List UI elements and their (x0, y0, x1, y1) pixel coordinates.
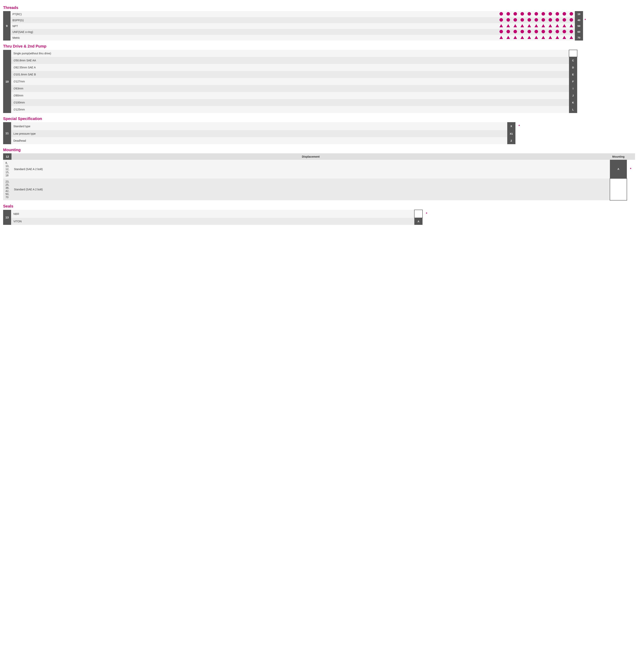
dot-cell (512, 17, 519, 23)
table-row: 8, 10, 12, 15, 18 Standard (SAE A 2 bolt… (3, 160, 641, 178)
section-num: 13 (3, 210, 11, 225)
spec-label: Low pressure type (11, 130, 507, 137)
dot-cell (561, 23, 568, 29)
spacer (577, 106, 641, 113)
dot-cell (498, 23, 505, 29)
spacer (583, 11, 641, 17)
triangle-icon (528, 24, 531, 27)
dot-cell (519, 35, 526, 40)
thru-drive-title: Thru Drive & 2nd Pump (3, 44, 641, 48)
triangle-icon (570, 36, 573, 39)
dot-icon (506, 30, 510, 33)
mounting-header: Mounting (610, 153, 627, 160)
triangle-icon (570, 24, 573, 27)
dot-icon (548, 18, 552, 22)
spacer (583, 29, 641, 35)
section-num: 11 (3, 122, 11, 144)
mounting-cell: Standard (SAE A 2 bolt) (11, 160, 610, 178)
dot-icon (506, 12, 510, 15)
table-row: Metric 70 (3, 35, 641, 40)
table-row: UNF(SAE o-ring) 60 (3, 29, 641, 35)
code-cell: I (569, 85, 577, 92)
code-cell: 70 (575, 35, 583, 40)
triangle-icon (548, 24, 552, 27)
dot-icon (514, 12, 517, 15)
seals-title: Seals (3, 204, 641, 209)
thread-label: Metric (10, 35, 498, 40)
table-row: 13 NBR * (3, 210, 641, 218)
triangle-icon (514, 36, 517, 39)
triangle-icon (556, 24, 559, 27)
dot-cell (512, 29, 519, 35)
dot-cell (505, 11, 512, 17)
code-cell: D (569, 64, 577, 71)
spacer (577, 92, 641, 99)
thread-label: NPT (10, 23, 498, 29)
dot-cell (568, 23, 575, 29)
dot-icon (556, 18, 559, 22)
table-row: 23, 25, 38, 42, 50, 70 Standard (SAE A 2… (3, 178, 641, 200)
mounting-cell: Standard (SAE A 2 bolt) (11, 178, 610, 200)
spec-label: Deadhead (11, 137, 507, 144)
triangle-icon (563, 24, 566, 27)
displacement-cell: 23, 25, 38, 42, 50, 70 (3, 178, 11, 200)
triangle-icon (534, 24, 538, 27)
dot-cell (498, 11, 505, 17)
spacer (577, 50, 641, 57)
code-cell: E (569, 71, 577, 78)
dot-icon (534, 30, 538, 33)
section-num: 9 (3, 11, 10, 40)
triangle-icon (521, 36, 524, 39)
dot-icon (534, 18, 538, 22)
triangle-icon (521, 24, 524, 27)
mounting-table: 12 Displacement Mounting 8, 10, 12, 15, … (3, 153, 641, 201)
asterisk-icon: * (518, 124, 520, 128)
dot-cell (568, 11, 575, 17)
table-row: Deadhead Z (3, 137, 641, 144)
spacer (627, 178, 635, 200)
spacer (583, 23, 641, 29)
dot-cell (519, 17, 526, 23)
dot-cell (554, 11, 561, 17)
table-row: VITON A (3, 218, 641, 225)
dot-icon (499, 12, 503, 15)
special-spec-table: 11 Standard type X * Low pressure type X… (3, 122, 641, 144)
drive-label: ∅63mm (11, 85, 569, 92)
dot-cell (533, 23, 540, 29)
dot-cell (547, 23, 554, 29)
code-cell: A (414, 218, 422, 225)
dot-cell (505, 29, 512, 35)
drive-label: Single pump(without thru drive) (11, 50, 569, 57)
spacer (583, 35, 641, 40)
code-cell: C (569, 57, 577, 64)
thread-label: PT(RC) (10, 11, 498, 17)
drive-label: ∅50.8mm SAE AA (11, 57, 569, 64)
table-row: ∅127mm F (3, 78, 641, 85)
triangle-icon (499, 36, 503, 39)
seals-table: 13 NBR * VITON A (3, 210, 641, 225)
dot-icon (499, 30, 503, 33)
dot-cell (526, 35, 533, 40)
asterisk-cell: * (516, 122, 641, 130)
triangle-icon (506, 24, 510, 27)
dot-cell (540, 23, 547, 29)
code-cell: 60 (575, 29, 583, 35)
dot-icon (499, 18, 503, 22)
spacer (516, 137, 641, 144)
asterisk-icon: * (584, 18, 586, 22)
code-cell: 40 (575, 17, 583, 23)
thread-label: BSPP(G) (10, 17, 498, 23)
dot-icon (528, 30, 531, 33)
triangle-icon (541, 24, 545, 27)
dot-cell (505, 35, 512, 40)
dot-cell (568, 29, 575, 35)
table-row: ∅63mm I (3, 85, 641, 92)
dot-icon (534, 12, 538, 15)
dot-cell (554, 23, 561, 29)
dot-cell (568, 17, 575, 23)
triangle-icon (556, 36, 559, 39)
table-row: ∅100mm K (3, 99, 641, 106)
threads-title: Threads (3, 5, 641, 10)
drive-label: ∅100mm (11, 99, 569, 106)
code-cell: X (507, 122, 516, 130)
